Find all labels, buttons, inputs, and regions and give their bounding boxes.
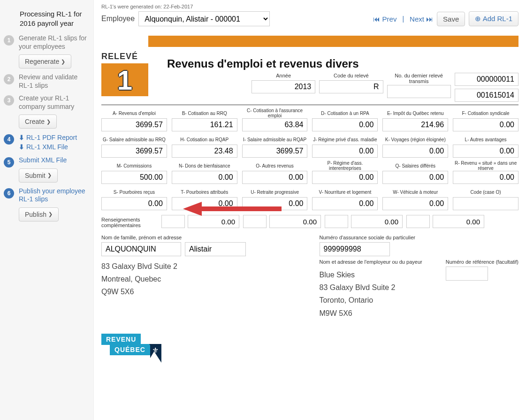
rens-val-1[interactable]	[188, 215, 239, 228]
box-cell: Code (case O)	[453, 187, 518, 210]
employer-line-3: Toronto, Ontario	[320, 294, 436, 306]
add-rl1-button[interactable]: ⊕ Add RL-1	[469, 11, 518, 26]
ref-input[interactable]	[446, 267, 488, 281]
box-cell: K- Voyages (région éloignée)	[382, 134, 448, 158]
step-title-5: Submit XML File	[19, 156, 90, 165]
box-input[interactable]	[382, 171, 448, 184]
box-input[interactable]	[172, 118, 237, 131]
divider	[101, 105, 518, 105]
box-input[interactable]	[172, 197, 237, 210]
annee-input[interactable]	[252, 80, 315, 93]
rens-code-4[interactable]	[406, 215, 430, 228]
box-grid: A- Revenus d'emploiB- Cotisation au RRQC…	[101, 108, 518, 210]
submit-button[interactable]: Submit ❯	[19, 168, 58, 183]
step-badge-2: 2	[4, 74, 14, 84]
rl1-pdf-label: RL-1 PDF Report	[26, 134, 77, 141]
box-input[interactable]	[172, 145, 237, 158]
box-input[interactable]	[312, 171, 378, 184]
box-input[interactable]	[382, 118, 448, 131]
box-cell: I- Salaire admissible au RQAP	[242, 134, 308, 158]
rq-line1: REVENU	[101, 334, 141, 345]
box-label: I- Salaire admissible au RQAP	[243, 134, 306, 145]
box-cell: O- Autres revenus	[242, 160, 308, 184]
revenu-quebec-logo: REVENU QUÉBEC⚜	[101, 334, 518, 363]
rens-code-1[interactable]	[161, 215, 185, 228]
employer-label: Nom et adresse de l'employeur ou du paye…	[320, 259, 436, 265]
step-badge-1: 1	[4, 35, 14, 46]
rens-code-2[interactable]	[243, 215, 267, 228]
name-label: Nom de famille, prénom et adresse	[101, 235, 301, 240]
box-input[interactable]	[242, 145, 308, 158]
box-input[interactable]	[312, 145, 378, 158]
box-input[interactable]	[453, 171, 518, 184]
box-cell: N- Dons de bienfaisance	[172, 160, 237, 184]
employer-line-2: 83 Galaxy Blvd Suite 2	[320, 281, 436, 294]
box-input[interactable]	[242, 118, 308, 131]
download-icon: ⬇	[19, 143, 24, 151]
plus-icon: ⊕	[475, 15, 481, 23]
box-cell: B- Cotisation au RRQ	[172, 108, 237, 131]
code-input[interactable]	[319, 80, 383, 93]
sin-input[interactable]	[320, 242, 390, 256]
publish-label: Publish	[25, 211, 46, 218]
rens-code-3[interactable]	[325, 215, 348, 228]
form-title: Revenus d'emploi et revenus divers	[167, 57, 518, 70]
generated-note: RL-1's were generated on: 22-Feb-2017	[101, 4, 518, 9]
ref-label: Numéro de référence (facultatif)	[446, 259, 518, 265]
step-title-3: Create your RL-1 company summary	[19, 94, 90, 111]
box-input[interactable]	[312, 197, 378, 210]
box-label: H- Cotisation au RQAP	[180, 134, 229, 145]
box-input[interactable]	[101, 171, 167, 184]
box-input[interactable]	[101, 197, 167, 210]
box-input[interactable]	[453, 118, 518, 131]
nav-separator: |	[402, 15, 404, 23]
box-input[interactable]	[101, 118, 167, 131]
rl1-xml-label: RL-1 XML File	[26, 143, 68, 151]
step-title-6: Publish your employee RL-1 slips	[19, 187, 90, 204]
rens-val-3[interactable]	[351, 215, 403, 228]
firstname-input[interactable]	[185, 242, 246, 256]
rl1-pdf-link[interactable]: ⬇ RL-1 PDF Report	[19, 133, 90, 143]
box-cell: T- Pourboires attribués	[172, 187, 237, 210]
save-button[interactable]: Save	[437, 12, 465, 26]
box-input[interactable]	[242, 197, 308, 210]
box-input[interactable]	[172, 171, 237, 184]
employee-select[interactable]: Alquonquin, Alistair - 000001	[138, 11, 270, 26]
box-cell: H- Cotisation au RQAP	[172, 134, 237, 158]
box-cell: Q- Salaires différés	[382, 160, 448, 184]
dernier-input[interactable]	[387, 85, 451, 98]
box-cell: E- Impôt du Québec retenu	[382, 108, 448, 131]
rens-val-4[interactable]	[433, 215, 484, 228]
addr-line-2: Montreal, Quebec	[101, 273, 301, 285]
box-cell: G- Salaire admissible au RRQ	[101, 134, 167, 158]
box-input[interactable]	[453, 145, 518, 158]
box-label: A- Revenus d'emploi	[113, 108, 156, 118]
box-label: M- Commissions	[117, 160, 152, 171]
box-input[interactable]	[242, 171, 308, 184]
employer-line-1: Blue Skies	[320, 268, 436, 281]
addr-line-1: 83 Galaxy Blvd Suite 2	[101, 260, 301, 273]
releve-number: 1	[117, 64, 132, 96]
rens-val-2[interactable]	[269, 215, 321, 228]
box-cell: F- Cotisation syndicale	[453, 108, 518, 131]
lastname-input[interactable]	[101, 242, 181, 256]
box-input[interactable]	[382, 197, 448, 210]
box-cell: A- Revenus d'emploi	[101, 108, 167, 131]
chevron-right-icon: ❯	[46, 119, 51, 125]
box-input[interactable]	[453, 197, 518, 210]
prev-link[interactable]: ⏮ Prev	[373, 15, 396, 23]
create-button[interactable]: Create ❯	[19, 115, 57, 129]
code-label: Code du relevé	[334, 73, 369, 79]
box-input[interactable]	[101, 145, 167, 158]
regenerate-button[interactable]: Regenerate ❯	[19, 54, 71, 69]
seq1-input[interactable]	[455, 73, 518, 86]
box-input[interactable]	[312, 118, 378, 131]
box-input[interactable]	[382, 145, 448, 158]
publish-button[interactable]: Publish ❯	[19, 207, 59, 221]
rl1-xml-link[interactable]: ⬇ RL-1 XML File	[19, 143, 90, 152]
next-link[interactable]: Next ⏭	[410, 15, 433, 23]
seq2-input[interactable]	[455, 89, 518, 102]
box-label: N- Dons de bienfaisance	[179, 160, 230, 171]
box-cell: J- Régime privé d'ass. maladie	[312, 134, 378, 158]
next-icon: ⏭	[426, 15, 433, 23]
